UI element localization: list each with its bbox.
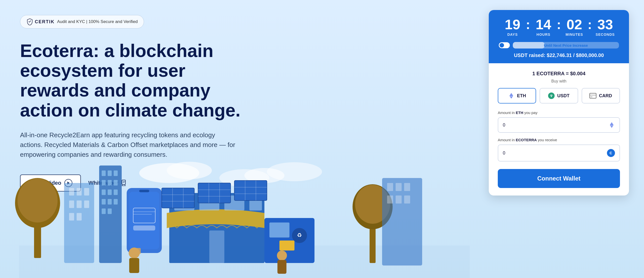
svg-rect-42 [129,258,139,273]
days-unit: 19 DAYS [501,18,524,36]
svg-rect-29 [102,199,106,204]
svg-rect-81 [404,196,410,204]
usdt-icon [548,92,555,99]
eth-input-wrapper [498,117,620,133]
certik-badge: CERTIK Audit and KYC | 100% Secure and V… [20,15,144,28]
eth-label: ETH [517,93,526,98]
svg-rect-21 [108,170,112,176]
progress-label: Until Next Price Increase [544,43,588,48]
card-button[interactable]: CARD [582,88,620,104]
eth-icon [508,92,515,99]
svg-marker-82 [509,93,513,97]
svg-rect-86 [590,94,596,96]
eth-label-post: you pay [523,110,538,115]
progress-bar: Until Next Price Increase [513,42,619,48]
svg-rect-20 [102,170,106,176]
certik-shield-icon [26,18,33,25]
eco-input-wrapper [498,144,620,162]
svg-rect-11 [69,188,74,196]
card-label: CARD [599,93,612,98]
svg-point-70 [277,250,287,260]
hours-label: HOURS [532,32,555,36]
days-number: 19 [501,18,524,32]
minutes-number: 02 [563,18,586,32]
toggle-icon [499,42,510,48]
svg-rect-66 [269,222,289,238]
svg-rect-17 [69,213,74,220]
eth-input-group: Amount in ETH you pay [498,110,620,133]
svg-rect-18 [77,213,82,220]
card-icon [589,93,596,98]
svg-rect-33 [108,208,112,214]
eco-label-post: you receive [537,138,557,142]
seconds-label: SECONDS [594,32,616,36]
svg-rect-35 [129,192,159,249]
svg-rect-14 [69,200,74,208]
colon-2: : [555,17,563,32]
svg-point-2 [167,162,212,179]
eco-input-group: Amount in ECOTERRA you receive [498,138,620,162]
svg-rect-69 [279,240,294,250]
svg-rect-28 [114,190,118,195]
subtitle: All-in-one Recycle2Earn app featuring re… [20,130,238,160]
svg-rect-50 [162,188,194,208]
progress-area: Until Next Price Increase [499,42,619,48]
svg-rect-76 [387,183,393,191]
currency-buttons: ETH USDT [498,88,620,104]
timer-section: 19 DAYS : 14 HOURS : 02 MINUTES : 33 SEC… [489,10,629,63]
certik-logo: CERTIK [26,18,55,25]
svg-rect-79 [387,196,393,204]
svg-rect-55 [198,183,231,203]
svg-rect-23 [102,180,106,186]
certik-description: Audit and KYC | 100% Secure and Verified [57,19,138,24]
days-label: DAYS [501,32,524,36]
seconds-unit: 33 SECONDS [594,18,616,36]
svg-rect-87 [590,96,592,97]
usdt-button[interactable]: USDT [540,88,578,104]
svg-rect-78 [404,183,410,191]
minutes-unit: 02 MINUTES [563,18,586,36]
svg-rect-49 [209,230,224,263]
eth-label-pre: Amount in [498,110,516,115]
svg-rect-75 [382,178,422,266]
svg-rect-36 [139,190,149,192]
hours-unit: 14 HOURS [532,18,555,36]
raised-text: USDT raised: $22,746.31 / $800,000.00 [499,52,619,58]
svg-rect-77 [396,183,402,191]
exchange-rate: 1 ECOTERRA = $0.004 [498,71,620,76]
svg-point-9 [18,178,58,222]
colon-3: : [586,17,594,32]
buy-section: 1 ECOTERRA = $0.004 Buy with ETH [489,63,629,196]
svg-rect-80 [396,196,402,204]
svg-marker-88 [610,122,614,126]
svg-rect-12 [77,188,82,196]
main-heading: Ecoterra: a blockchain ecosystem for use… [20,41,245,120]
eco-label-mid: ECOTERRA [516,138,537,142]
eth-input-icon [608,122,615,128]
svg-rect-22 [114,170,118,176]
eth-input-label: Amount in ETH you pay [498,110,620,115]
svg-rect-43 [133,248,141,254]
eth-button[interactable]: ETH [498,88,536,104]
svg-point-90 [609,151,613,155]
minutes-label: MINUTES [563,32,586,36]
eth-amount-input[interactable] [503,122,608,128]
svg-rect-71 [277,260,286,274]
svg-rect-16 [84,200,89,208]
eco-input-icon [607,149,615,157]
svg-point-84 [549,93,554,98]
illustration: ♻ [0,158,489,278]
svg-rect-38 [133,226,155,230]
eco-amount-input[interactable] [503,150,607,156]
svg-rect-27 [108,190,112,195]
svg-rect-60 [234,180,267,200]
hours-number: 14 [532,18,555,32]
svg-rect-32 [102,208,106,214]
connect-wallet-button[interactable]: Connect Wallet [498,169,620,188]
usdt-label: USDT [557,93,569,98]
eco-input-label: Amount in ECOTERRA you receive [498,138,620,142]
svg-rect-26 [102,190,106,195]
svg-rect-13 [84,188,89,196]
eco-label-pre: Amount in [498,138,516,142]
svg-rect-25 [114,180,118,186]
